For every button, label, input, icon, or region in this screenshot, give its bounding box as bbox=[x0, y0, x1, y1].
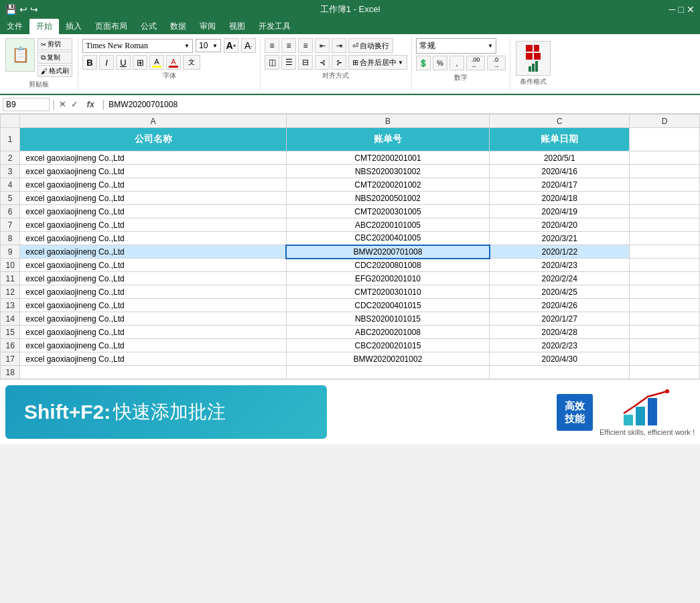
cell-b3[interactable]: NBS20200301002 bbox=[286, 165, 489, 178]
cell-d10[interactable] bbox=[630, 259, 700, 272]
cell-b13[interactable]: CDC20200401015 bbox=[286, 299, 489, 312]
merge-center-button[interactable]: ⊞合并后居中▼ bbox=[348, 55, 407, 70]
cell-a5[interactable]: excel gaoxiaojineng Co.,Ltd bbox=[20, 192, 287, 205]
cell-c11[interactable]: 2020/2/24 bbox=[490, 272, 630, 285]
cell-b9[interactable]: BMW20200701008 bbox=[286, 245, 489, 259]
align-top-left-button[interactable]: ≡ bbox=[265, 38, 279, 53]
cell-b17[interactable]: BMW20200201002 bbox=[286, 352, 489, 366]
copy-button[interactable]: ⧉复制 bbox=[38, 52, 72, 64]
cell-c9[interactable]: 2020/1/22 bbox=[490, 245, 630, 259]
paste-button[interactable]: 📋 bbox=[5, 38, 35, 72]
cell-a10[interactable]: excel gaoxiaojineng Co.,Ltd bbox=[20, 259, 287, 272]
decrease-indent-button[interactable]: ⊰ bbox=[315, 55, 330, 70]
cell-c4[interactable]: 2020/4/17 bbox=[490, 178, 630, 192]
cell-c18[interactable] bbox=[490, 366, 630, 379]
col-header-b[interactable]: B bbox=[286, 115, 489, 128]
currency-button[interactable]: % bbox=[433, 56, 447, 70]
wrap-text-button[interactable]: ⏎自动换行 bbox=[348, 38, 393, 53]
conditional-format-button[interactable] bbox=[516, 41, 551, 76]
cell-d9[interactable] bbox=[630, 245, 700, 259]
cell-c8[interactable]: 2020/3/21 bbox=[490, 232, 630, 245]
underline-button[interactable]: U bbox=[116, 55, 131, 70]
cell-d8[interactable] bbox=[630, 232, 700, 245]
align-top-right-button[interactable]: ≡ bbox=[298, 38, 313, 53]
tab-home[interactable]: 开始 bbox=[29, 19, 59, 34]
cell-a13[interactable]: excel gaoxiaojineng Co.,Ltd bbox=[20, 299, 287, 312]
comma-button[interactable]: , bbox=[449, 56, 464, 70]
cell-b1[interactable]: 账单号 bbox=[286, 128, 489, 151]
wen-button[interactable]: 文 bbox=[183, 55, 200, 70]
cell-b6[interactable]: CMT20200301005 bbox=[286, 205, 489, 218]
shrink-font-button[interactable]: A- bbox=[241, 38, 256, 53]
font-name-dropdown[interactable]: Times New Roman ▼ bbox=[82, 39, 193, 53]
cell-a1[interactable]: 公司名称 bbox=[20, 128, 287, 151]
cell-c2[interactable]: 2020/5/1 bbox=[490, 151, 630, 165]
cell-d16[interactable] bbox=[630, 339, 700, 352]
function-icon[interactable]: fx bbox=[80, 98, 100, 111]
cell-d17[interactable] bbox=[630, 352, 700, 366]
cell-a3[interactable]: excel gaoxiaojineng Co.,Ltd bbox=[20, 165, 287, 178]
save-icon[interactable]: 💾 bbox=[5, 4, 17, 15]
cell-c6[interactable]: 2020/4/19 bbox=[490, 205, 630, 218]
cell-c17[interactable]: 2020/4/30 bbox=[490, 352, 630, 366]
cell-a12[interactable]: excel gaoxiaojineng Co.,Ltd bbox=[20, 285, 287, 299]
cell-c3[interactable]: 2020/4/16 bbox=[490, 165, 630, 178]
minimize-icon[interactable]: ─ bbox=[669, 4, 676, 15]
cell-c7[interactable]: 2020/4/20 bbox=[490, 218, 630, 232]
border-button[interactable]: ⊞ bbox=[133, 55, 147, 70]
cell-d1[interactable] bbox=[630, 128, 700, 151]
cell-b2[interactable]: CMT20200201001 bbox=[286, 151, 489, 165]
cut-button[interactable]: ✂剪切 bbox=[38, 38, 72, 50]
fill-color-button[interactable]: A bbox=[149, 55, 164, 70]
cell-b5[interactable]: NBS20200501002 bbox=[286, 192, 489, 205]
cell-a4[interactable]: excel gaoxiaojineng Co.,Ltd bbox=[20, 178, 287, 192]
align-left-button[interactable]: ◫ bbox=[265, 55, 279, 70]
quick-access-toolbar[interactable]: 💾 ↩ ↪ bbox=[5, 4, 38, 15]
cell-b15[interactable]: ABC20200201008 bbox=[286, 326, 489, 339]
cell-a6[interactable]: excel gaoxiaojineng Co.,Ltd bbox=[20, 205, 287, 218]
tab-insert[interactable]: 插入 bbox=[59, 19, 88, 34]
cell-a18[interactable] bbox=[20, 366, 287, 379]
confirm-icon[interactable]: ✓ bbox=[68, 98, 80, 111]
increase-decimal-button[interactable]: .00← bbox=[466, 56, 485, 70]
cell-d14[interactable] bbox=[630, 312, 700, 326]
indent-decrease-button[interactable]: ⇤ bbox=[315, 38, 330, 53]
cell-a16[interactable]: excel gaoxiaojineng Co.,Ltd bbox=[20, 339, 287, 352]
cell-a15[interactable]: excel gaoxiaojineng Co.,Ltd bbox=[20, 326, 287, 339]
formula-input[interactable]: BMW20200701008 bbox=[106, 98, 697, 111]
tab-view[interactable]: 视图 bbox=[222, 19, 252, 34]
cell-c12[interactable]: 2020/4/25 bbox=[490, 285, 630, 299]
cell-a14[interactable]: excel gaoxiaojineng Co.,Ltd bbox=[20, 312, 287, 326]
cell-b14[interactable]: NBS20200101015 bbox=[286, 312, 489, 326]
cell-d15[interactable] bbox=[630, 326, 700, 339]
redo-icon[interactable]: ↪ bbox=[30, 4, 38, 15]
cell-d2[interactable] bbox=[630, 151, 700, 165]
cell-b8[interactable]: CBC20200401005 bbox=[286, 232, 489, 245]
format-painter-button[interactable]: 🖌格式刷 bbox=[38, 65, 72, 77]
decrease-decimal-button[interactable]: .0→ bbox=[487, 56, 506, 70]
cell-b18[interactable] bbox=[286, 366, 489, 379]
align-center-button[interactable]: ☰ bbox=[281, 55, 296, 70]
align-top-center-button[interactable]: ≡ bbox=[281, 38, 296, 53]
cell-b16[interactable]: CBC20200201015 bbox=[286, 339, 489, 352]
tab-page-layout[interactable]: 页面布局 bbox=[88, 19, 134, 34]
cell-d5[interactable] bbox=[630, 192, 700, 205]
cell-c10[interactable]: 2020/4/23 bbox=[490, 259, 630, 272]
tab-file[interactable]: 文件 bbox=[0, 19, 29, 34]
bold-button[interactable]: B bbox=[82, 55, 97, 70]
cell-b11[interactable]: EFG20200201010 bbox=[286, 272, 489, 285]
cell-a11[interactable]: excel gaoxiaojineng Co.,Ltd bbox=[20, 272, 287, 285]
cell-c13[interactable]: 2020/4/26 bbox=[490, 299, 630, 312]
font-color-button[interactable]: A bbox=[166, 55, 181, 70]
cell-d12[interactable] bbox=[630, 285, 700, 299]
cancel-icon[interactable]: ✕ bbox=[56, 98, 68, 111]
cell-c16[interactable]: 2020/2/23 bbox=[490, 339, 630, 352]
tab-review[interactable]: 审阅 bbox=[193, 19, 222, 34]
cell-c14[interactable]: 2020/1/27 bbox=[490, 312, 630, 326]
number-format-dropdown[interactable]: 常规 ▼ bbox=[416, 38, 496, 54]
tab-developer[interactable]: 开发工具 bbox=[252, 19, 297, 34]
italic-button[interactable]: I bbox=[99, 55, 114, 70]
undo-icon[interactable]: ↩ bbox=[19, 4, 27, 15]
cell-d6[interactable] bbox=[630, 205, 700, 218]
cell-c1[interactable]: 账单日期 bbox=[490, 128, 630, 151]
